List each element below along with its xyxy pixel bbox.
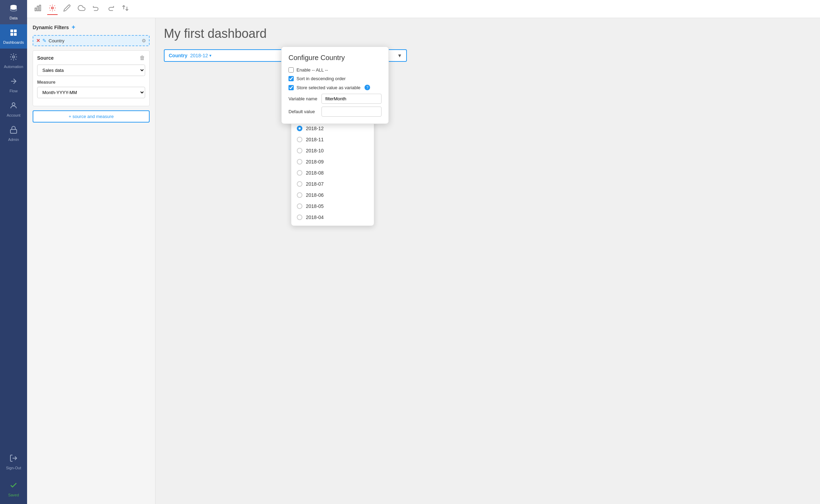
delete-source-icon[interactable]: 🗑 — [140, 55, 145, 61]
sort-checkbox[interactable] — [288, 76, 294, 81]
dashboard-area: My first dashboard Country 2018-12 ▾ ▼ C… — [156, 18, 820, 504]
configure-dialog: Configure Country Enable -- ALL -- Sort … — [281, 47, 389, 124]
sidebar-item-data[interactable]: Data — [0, 0, 27, 24]
country-filter-label: Country — [169, 53, 187, 58]
sort-label: Sort in descending order — [296, 76, 346, 81]
radio-2018-12 — [297, 126, 302, 131]
dropdown-item-label-2018-12: 2018-12 — [306, 126, 324, 131]
gear-icon[interactable] — [47, 3, 58, 15]
sidebar-item-signout-label: Sign-Out — [6, 466, 21, 470]
svg-point-5 — [12, 56, 15, 58]
dropdown-item-label-2018-07: 2018-07 — [306, 181, 324, 187]
signout-icon — [9, 454, 18, 464]
svg-rect-9 — [35, 8, 36, 11]
default-value-label: Default value — [288, 109, 317, 114]
dropdown-item-2018-09[interactable]: 2018-09 — [291, 156, 374, 167]
automation-icon — [9, 53, 18, 63]
svg-rect-1 — [10, 30, 13, 32]
sidebar-item-flow[interactable]: Flow — [0, 73, 27, 97]
variable-name-label: Variable name — [288, 96, 317, 101]
filter-tag-edit-icon[interactable]: ✎ — [42, 38, 47, 43]
toolbar — [27, 0, 820, 18]
store-row: Store selected value as variable ? — [288, 85, 382, 90]
country-filter-value[interactable]: 2018-12 ▾ — [190, 53, 211, 58]
admin-icon — [9, 126, 18, 136]
filter-bar-expand-icon[interactable]: ▼ — [397, 53, 402, 58]
source-label: Source — [37, 55, 53, 61]
radio-2018-07 — [297, 181, 302, 187]
dialog-fields: Variable name Default value — [288, 94, 382, 117]
add-filter-button[interactable]: + — [72, 24, 75, 31]
enable-all-row: Enable -- ALL -- — [288, 67, 382, 73]
filter-tag-close-icon[interactable]: ✕ — [36, 38, 40, 43]
dynamic-filters-label: Dynamic Filters — [33, 25, 69, 30]
dropdown-item-2018-11[interactable]: 2018-11 — [291, 134, 374, 145]
add-source-measure-button[interactable]: + source and measure — [33, 110, 150, 123]
chart-icon[interactable] — [33, 3, 43, 15]
sidebar-item-data-label: Data — [9, 16, 17, 20]
source-measure-header: Source 🗑 — [37, 55, 145, 61]
dropdown-item-2018-07[interactable]: 2018-07 — [291, 178, 374, 190]
source-select[interactable]: Sales data — [37, 65, 145, 76]
dropdown-item-2018-12[interactable]: 2018-12 — [291, 123, 374, 134]
measure-select[interactable]: Month-YYYY-MM — [37, 87, 145, 98]
dropdown-item-label-2018-08: 2018-08 — [306, 170, 324, 176]
left-panel: Dynamic Filters + ✕ ✎ Country ⚙ Source 🗑… — [27, 18, 156, 504]
dropdown-item-label-2018-09: 2018-09 — [306, 159, 324, 165]
filter-tag-label: Country — [49, 38, 140, 43]
main-area: Dynamic Filters + ✕ ✎ Country ⚙ Source 🗑… — [27, 0, 820, 504]
sidebar-item-signout[interactable]: Sign-Out — [0, 450, 27, 474]
svg-rect-10 — [37, 6, 39, 11]
enable-all-checkbox[interactable] — [288, 67, 294, 73]
sidebar-item-dashboards-label: Dashboards — [3, 40, 24, 44]
pencil-icon[interactable] — [62, 3, 72, 15]
radio-2018-05 — [297, 203, 302, 209]
swap-icon[interactable] — [120, 3, 131, 15]
dynamic-filters-header: Dynamic Filters + — [33, 24, 150, 31]
dropdown-item-2018-08[interactable]: 2018-08 — [291, 167, 374, 178]
svg-rect-4 — [14, 33, 17, 36]
variable-name-input[interactable] — [321, 94, 382, 104]
undo-icon[interactable] — [91, 3, 101, 15]
content-wrapper: Dynamic Filters + ✕ ✎ Country ⚙ Source 🗑… — [27, 18, 820, 504]
saved-label: Saved — [8, 493, 19, 497]
svg-rect-2 — [14, 30, 17, 32]
saved-icon — [9, 481, 18, 492]
cloud-icon[interactable] — [76, 3, 87, 15]
dropdown-item-2018-04[interactable]: 2018-04 — [291, 212, 374, 223]
sidebar-item-flow-label: Flow — [9, 89, 17, 93]
store-checkbox[interactable] — [288, 85, 294, 90]
info-icon[interactable]: ? — [365, 85, 370, 90]
dropdown-item-2018-10[interactable]: 2018-10 — [291, 145, 374, 156]
enable-all-label: Enable -- ALL -- — [296, 67, 328, 73]
filter-tag-gear-icon[interactable]: ⚙ — [142, 38, 146, 43]
sidebar-item-dashboards[interactable]: Dashboards — [0, 24, 27, 49]
dropdown-item-label-2018-11: 2018-11 — [306, 137, 324, 142]
dropdown-item-label-2018-06: 2018-06 — [306, 192, 324, 198]
dashboards-icon — [9, 28, 18, 39]
sort-row: Sort in descending order — [288, 76, 382, 81]
radio-2018-06 — [297, 192, 302, 198]
dropdown-item-2018-06[interactable]: 2018-06 — [291, 190, 374, 201]
radio-2018-08 — [297, 170, 302, 176]
data-icon — [9, 4, 18, 15]
sidebar-item-account[interactable]: Account — [0, 97, 27, 121]
dropdown-item-label-2018-05: 2018-05 — [306, 203, 324, 209]
sidebar-item-admin[interactable]: Admin — [0, 121, 27, 146]
configure-dialog-title: Configure Country — [288, 54, 382, 62]
svg-point-12 — [51, 7, 53, 9]
default-value-input[interactable] — [321, 107, 382, 117]
sidebar-item-admin-label: Admin — [8, 137, 19, 142]
measure-label: Measure — [37, 79, 145, 85]
dashboard-title: My first dashboard — [164, 26, 812, 41]
dropdown-item-label-2018-04: 2018-04 — [306, 215, 324, 220]
radio-2018-11 — [297, 137, 302, 142]
sidebar-item-account-label: Account — [7, 113, 20, 117]
redo-icon[interactable] — [106, 3, 116, 15]
svg-rect-11 — [40, 5, 41, 11]
flow-icon — [9, 77, 18, 87]
sidebar-item-automation[interactable]: Automation — [0, 49, 27, 73]
filter-tag-row: ✕ ✎ Country ⚙ — [33, 35, 150, 46]
dropdown-item-2018-05[interactable]: 2018-05 — [291, 201, 374, 212]
radio-2018-04 — [297, 215, 302, 220]
